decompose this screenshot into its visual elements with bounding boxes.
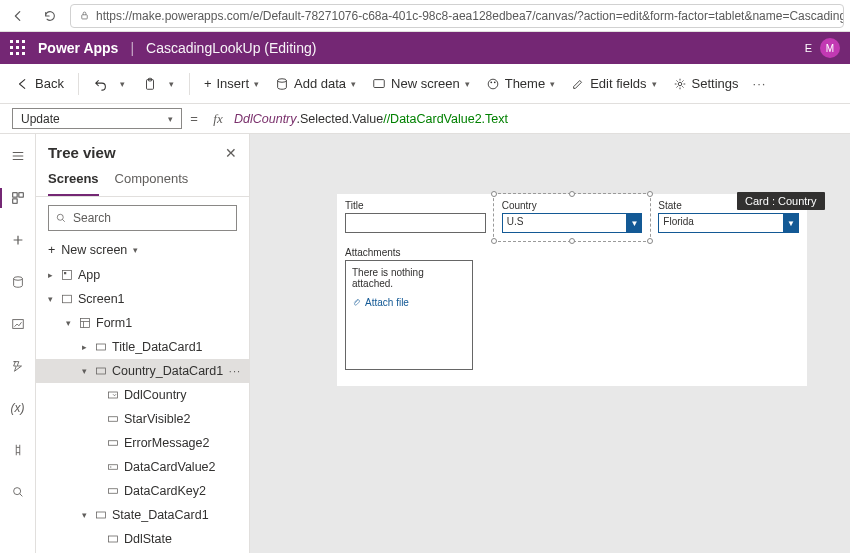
chevron-down-icon[interactable]: ▾ [62,318,74,328]
svg-rect-13 [12,320,23,329]
tree-search-input[interactable]: Search [48,205,237,231]
svg-point-8 [678,82,682,86]
browser-url-input[interactable]: https://make.powerapps.com/e/Default-782… [70,4,844,28]
tree-node-form1[interactable]: ▾ Form1 [36,311,249,335]
country-dropdown[interactable]: U.S ▼ [502,213,643,233]
card-title[interactable]: Title [337,194,494,241]
new-screen-button[interactable]: + New screen ▾ [36,239,249,263]
svg-point-12 [13,277,22,281]
chevron-down-icon[interactable]: ▾ [44,294,56,304]
svg-point-5 [488,79,498,89]
chevron-right-icon[interactable]: ▸ [78,342,90,352]
tab-screens[interactable]: Screens [48,165,99,196]
add-data-button[interactable]: Add data ▾ [269,72,362,95]
svg-point-15 [57,214,63,220]
svg-point-14 [13,488,20,495]
command-bar: Back ▾ ▾ + Insert ▾ Add data ▾ New scree… [0,64,850,104]
card-icon [94,340,108,354]
svg-rect-28 [109,536,118,542]
chevron-down-icon[interactable]: ▼ [626,213,642,233]
close-panel-button[interactable]: ✕ [225,145,237,161]
form-icon [78,316,92,330]
paste-button[interactable]: ▾ [136,74,181,94]
svg-rect-0 [82,15,88,19]
settings-button[interactable]: Settings [667,72,745,95]
property-selector[interactable]: Update ▾ [12,108,182,129]
edit-icon [571,77,585,91]
rail-search[interactable] [4,478,32,506]
label-icon [106,484,120,498]
paperclip-icon [352,298,361,307]
tree-node-starvisible2[interactable]: StarVisible2 [36,407,249,431]
insert-button[interactable]: + Insert ▾ [198,72,265,95]
palette-icon [486,77,500,91]
svg-point-6 [490,81,492,83]
user-avatar[interactable]: M [820,38,840,58]
svg-rect-4 [374,79,385,87]
tree-node-datacardkey2[interactable]: DataCardKey2 [36,479,249,503]
svg-rect-18 [63,295,72,303]
rail-power-automate[interactable] [4,352,32,380]
undo-button[interactable]: ▾ [87,74,132,94]
edit-fields-button[interactable]: Edit fields ▾ [565,72,662,95]
tab-components[interactable]: Components [115,165,189,196]
chevron-right-icon[interactable]: ▸ [44,270,56,280]
environment-indicator[interactable]: E [805,42,812,54]
theme-button[interactable]: Theme ▾ [480,72,561,95]
more-button[interactable]: ··· [749,72,771,95]
formula-input[interactable]: DdlCountry.Selected.Value //DataCardValu… [230,104,850,133]
rail-media[interactable] [4,310,32,338]
tree-node-country-datacard[interactable]: ▾ Country_DataCard1 ··· [36,359,249,383]
rail-hamburger[interactable] [4,142,32,170]
chevron-down-icon: ▾ [133,245,138,255]
card-attachments[interactable]: Attachments There is nothing attached. A… [337,241,807,386]
canvas-area[interactable]: Card : Country Title Country U.S [250,134,850,553]
svg-rect-19 [81,319,90,328]
rail-advanced-tools[interactable] [4,436,32,464]
attachments-empty-text: There is nothing attached. [352,267,466,289]
tree-node-errormessage2[interactable]: ErrorMessage2 [36,431,249,455]
tree-view-title: Tree view [48,144,116,161]
dropdown-icon [106,388,120,402]
attach-file-button[interactable]: Attach file [352,297,466,308]
chevron-down-icon[interactable]: ▼ [783,213,799,233]
app-launcher-icon[interactable] [10,40,26,56]
title-input[interactable] [345,213,486,233]
search-icon [55,212,67,224]
fx-icon[interactable]: fx [206,104,230,133]
new-screen-button[interactable]: New screen ▾ [366,72,476,95]
app-header: Power Apps | CascadingLookUp (Editing) E… [0,32,850,64]
chevron-down-icon: ▾ [168,114,173,124]
chevron-down-icon[interactable]: ▾ [78,510,90,520]
more-icon[interactable]: ··· [229,365,241,377]
tree-node-datacardvalue2[interactable]: DataCardValue2 [36,455,249,479]
tree-node-ddlcountry[interactable]: DdlCountry [36,383,249,407]
tree-node-screen1[interactable]: ▾ Screen1 [36,287,249,311]
browser-back-button[interactable] [6,4,30,28]
chevron-down-icon[interactable]: ▾ [78,366,90,376]
svg-rect-16 [63,271,72,280]
svg-rect-21 [97,368,106,374]
back-button[interactable]: Back [10,72,70,95]
tree-node-title-datacard[interactable]: ▸ Title_DataCard1 [36,335,249,359]
state-dropdown[interactable]: Florida ▼ [658,213,799,233]
tree-node-ddlstate[interactable]: DdlState [36,527,249,551]
browser-refresh-button[interactable] [38,4,62,28]
card-country[interactable]: Country U.S ▼ [494,194,651,241]
field-label-attachments: Attachments [345,247,799,258]
rail-tree-view[interactable] [4,184,32,212]
card-icon [94,508,108,522]
form-preview[interactable]: Title Country U.S ▼ S [337,194,807,386]
tree-node-state-datacard[interactable]: ▾ State_DataCard1 [36,503,249,527]
svg-rect-27 [97,512,106,518]
svg-rect-17 [64,272,66,274]
rail-insert[interactable] [4,226,32,254]
field-label-country: Country [502,200,643,211]
rail-variables[interactable]: (x) [4,394,32,422]
svg-rect-9 [12,193,16,197]
tree-node-app[interactable]: ▸ App [36,263,249,287]
header-separator: | [130,40,134,56]
chevron-down-icon: ▾ [465,79,470,89]
formula-bar: Update ▾ = fx DdlCountry.Selected.Value … [0,104,850,134]
rail-data[interactable] [4,268,32,296]
